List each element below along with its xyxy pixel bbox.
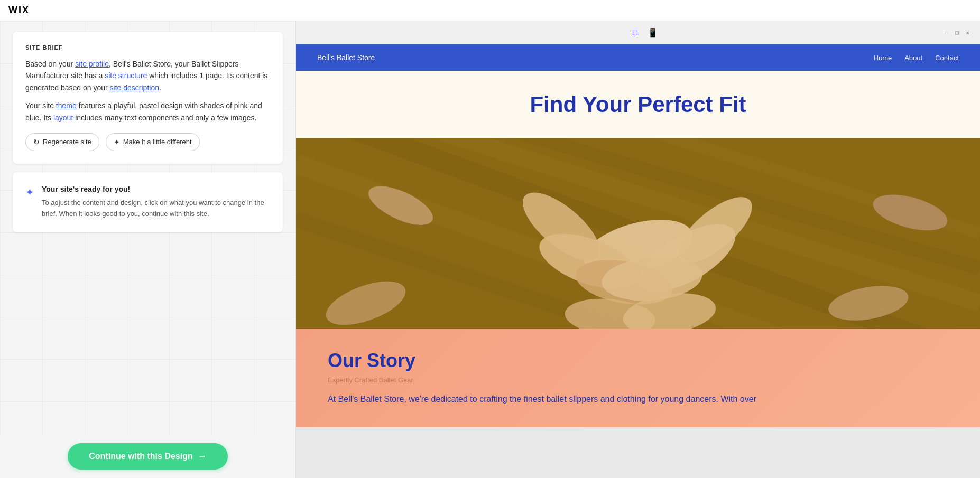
right-panel: 🖥 📱 − □ × Bell's Ballet Store Home About… <box>296 21 980 478</box>
ready-title: Your site's ready for you! <box>42 185 270 193</box>
nav-contact[interactable]: Contact <box>935 54 959 62</box>
window-controls: − □ × <box>942 29 972 37</box>
brief-p2-suffix: includes many text components and only a… <box>73 114 256 122</box>
close-button[interactable]: × <box>964 29 972 37</box>
site-nav-links: Home About Contact <box>874 54 959 62</box>
site-description-link[interactable]: site description <box>110 83 159 92</box>
hero-image <box>296 138 980 329</box>
site-brand: Bell's Ballet Store <box>317 53 375 62</box>
desktop-icon[interactable]: 🖥 <box>628 26 641 40</box>
minimize-button[interactable]: − <box>942 29 949 37</box>
theme-link[interactable]: theme <box>56 101 77 110</box>
nav-home[interactable]: Home <box>874 54 892 62</box>
brief-paragraph-1: Based on your site profile, Bell's Balle… <box>25 58 270 93</box>
regenerate-label: Regenerate site <box>43 138 91 146</box>
left-panel-inner: SITE BRIEF Based on your site profile, B… <box>0 21 295 435</box>
cta-label: Continue with this Design <box>89 452 192 461</box>
sparkle-icon: ✦ <box>25 186 34 199</box>
regenerate-icon: ↻ <box>33 138 40 146</box>
brief-p2-prefix: Your site <box>25 101 56 110</box>
top-bar: WIX <box>0 0 980 21</box>
hero-title: Find Your Perfect Fit <box>328 92 948 117</box>
hero-image-placeholder <box>296 138 980 329</box>
make-different-label: Make it a little different <box>123 138 192 146</box>
main-layout: SITE BRIEF Based on your site profile, B… <box>0 21 980 478</box>
maximize-button[interactable]: □ <box>953 29 961 37</box>
site-structure-link[interactable]: site structure <box>105 71 147 80</box>
brief-actions: ↻ Regenerate site ✦ Make it a little dif… <box>25 133 270 151</box>
continue-design-button[interactable]: Continue with this Design → <box>68 443 227 470</box>
wand-icon: ✦ <box>114 138 120 146</box>
left-panel: SITE BRIEF Based on your site profile, B… <box>0 21 296 478</box>
nav-about[interactable]: About <box>904 54 922 62</box>
story-section: Our Story Expertly Crafted Ballet Gear A… <box>296 329 980 427</box>
layout-link[interactable]: layout <box>53 114 73 122</box>
story-subtitle: Expertly Crafted Ballet Gear <box>328 376 948 384</box>
ready-card: ✦ Your site's ready for you! To adjust t… <box>13 172 283 232</box>
brief-p1-suffix: . <box>159 83 161 92</box>
device-switcher: 🖥 📱 <box>628 25 660 40</box>
brief-title: SITE BRIEF <box>25 44 270 51</box>
ready-content: Your site's ready for you! To adjust the… <box>42 185 270 220</box>
site-preview: Bell's Ballet Store Home About Contact F… <box>296 44 980 478</box>
wix-logo: WIX <box>8 5 30 16</box>
regenerate-button[interactable]: ↻ Regenerate site <box>25 133 99 151</box>
mobile-icon[interactable]: 📱 <box>645 25 660 40</box>
site-profile-link[interactable]: site profile <box>75 60 109 68</box>
brief-paragraph-2: Your site theme features a playful, past… <box>25 100 270 124</box>
site-nav: Bell's Ballet Store Home About Contact <box>296 44 980 71</box>
hero-section: Find Your Perfect Fit <box>296 71 980 138</box>
preview-chrome: 🖥 📱 − □ × <box>296 21 980 44</box>
bottom-cta: Continue with this Design → <box>0 435 295 478</box>
make-different-button[interactable]: ✦ Make it a little different <box>106 133 200 151</box>
brief-p1-prefix: Based on your <box>25 60 75 68</box>
story-title: Our Story <box>328 350 948 372</box>
cta-arrow: → <box>198 452 207 461</box>
brief-card: SITE BRIEF Based on your site profile, B… <box>13 32 283 164</box>
ballet-svg <box>296 138 980 329</box>
story-body: At Bell's Ballet Store, we're dedicated … <box>328 392 948 406</box>
ready-body: To adjust the content and design, click … <box>42 198 270 220</box>
